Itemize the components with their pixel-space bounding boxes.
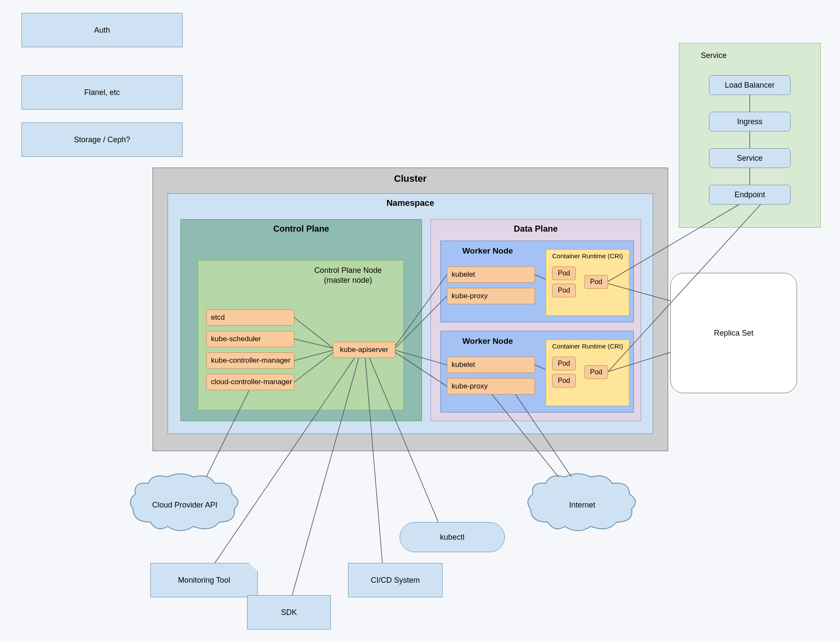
kubectl-box: kubectl xyxy=(400,522,505,552)
cloud-controller-manager-box: cloud-controller-manager xyxy=(206,374,294,390)
ingress-box: Ingress xyxy=(709,112,791,131)
kube-apiserver-box: kube-apiserver xyxy=(333,342,395,358)
monitoring-tool: Monitoring Tool xyxy=(150,563,258,597)
endpoint-box: Endpoint xyxy=(709,185,791,205)
auth-box: Auth xyxy=(21,13,183,47)
wn2-kubelet: kubelet xyxy=(447,357,535,373)
cicd-box: CI/CD System xyxy=(348,563,443,597)
wn2-pod3: Pod xyxy=(584,365,608,379)
internet-cloud: Internet xyxy=(522,471,642,539)
cp-node-title: Control Plane Node (master node) xyxy=(198,260,403,287)
wn1-kubelet: kubelet xyxy=(447,266,535,283)
cloud-provider-api: Cloud Provider API xyxy=(125,471,245,539)
service-box: Service xyxy=(709,148,791,168)
wn1-pod1: Pod xyxy=(552,266,576,280)
control-plane-title: Control Plane xyxy=(181,220,422,238)
storage-box: Storage / Ceph? xyxy=(21,122,183,157)
wn1-pod3: Pod xyxy=(584,275,608,289)
wn2-pod1: Pod xyxy=(552,357,576,370)
kube-scheduler-box: kube-scheduler xyxy=(206,331,294,347)
wn2-kube-proxy: kube-proxy xyxy=(447,378,535,394)
flanel-box: Flanel, etc xyxy=(21,75,183,110)
data-plane-title: Data Plane xyxy=(431,220,641,238)
replica-set: Replica Set xyxy=(670,273,797,393)
sdk-box: SDK xyxy=(247,595,331,630)
wn2-pod2: Pod xyxy=(552,374,576,388)
wn1-pod2: Pod xyxy=(552,284,576,297)
service-title: Service xyxy=(679,43,820,60)
namespace-title: Namespace xyxy=(168,194,653,212)
cluster-title: Cluster xyxy=(153,168,668,190)
kube-controller-manager-box: kube-controller-manager xyxy=(206,352,294,369)
wn1-kube-proxy: kube-proxy xyxy=(447,288,535,304)
etcd-box: etcd xyxy=(206,309,294,326)
load-balancer-box: Load Balancer xyxy=(709,75,791,95)
